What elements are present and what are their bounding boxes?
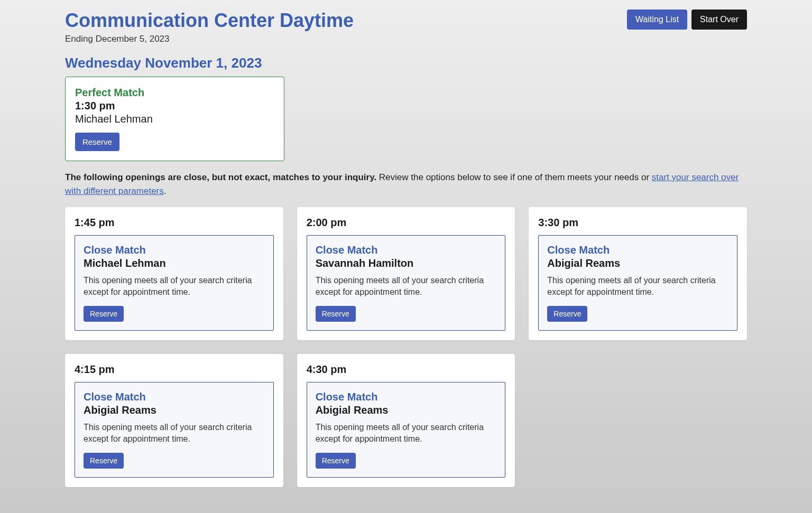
slot-card: 3:30 pm Close Match Abigial Reams This o… bbox=[529, 207, 747, 340]
page-subtitle: Ending December 5, 2023 bbox=[65, 34, 354, 44]
slot-time: 2:00 pm bbox=[307, 217, 506, 229]
title-block: Communication Center Daytime Ending Dece… bbox=[65, 10, 354, 44]
match-desc: This opening meets all of your search cr… bbox=[547, 275, 728, 299]
match-name: Abigial Reams bbox=[84, 404, 265, 416]
close-match-label: Close Match bbox=[84, 391, 265, 403]
slot-card: 4:15 pm Close Match Abigial Reams This o… bbox=[65, 354, 283, 487]
slot-card: 2:00 pm Close Match Savannah Hamilton Th… bbox=[297, 207, 515, 340]
slot-time: 4:30 pm bbox=[307, 363, 506, 376]
date-heading: Wednesday November 1, 2023 bbox=[65, 55, 747, 71]
match-name: Savannah Hamilton bbox=[316, 257, 497, 269]
close-match-label: Close Match bbox=[316, 244, 497, 256]
page-title: Communication Center Daytime bbox=[65, 10, 354, 32]
slot-card: 4:30 pm Close Match Abigial Reams This o… bbox=[297, 354, 515, 487]
match-box: Close Match Savannah Hamilton This openi… bbox=[307, 235, 506, 331]
slots-grid: 1:45 pm Close Match Michael Lehman This … bbox=[65, 207, 747, 487]
intro-period: . bbox=[164, 186, 167, 196]
intro-rest: Review the options below to see if one o… bbox=[376, 172, 652, 182]
perfect-match-reserve-button[interactable]: Reserve bbox=[75, 133, 119, 151]
perfect-match-label: Perfect Match bbox=[75, 87, 274, 99]
header-row: Communication Center Daytime Ending Dece… bbox=[65, 10, 747, 44]
perfect-match-time: 1:30 pm bbox=[75, 100, 274, 112]
match-desc: This opening meets all of your search cr… bbox=[84, 422, 265, 445]
page-container: Communication Center Daytime Ending Dece… bbox=[65, 0, 747, 497]
start-over-button[interactable]: Start Over bbox=[691, 10, 747, 30]
match-desc: This opening meets all of your search cr… bbox=[316, 275, 497, 299]
waiting-list-button[interactable]: Waiting List bbox=[627, 10, 687, 30]
intro-bold: The following openings are close, but no… bbox=[65, 172, 376, 182]
slot-time: 1:45 pm bbox=[75, 217, 274, 229]
reserve-button[interactable]: Reserve bbox=[316, 306, 356, 322]
reserve-button[interactable]: Reserve bbox=[316, 453, 356, 469]
reserve-button[interactable]: Reserve bbox=[84, 453, 124, 469]
match-name: Abigial Reams bbox=[547, 257, 728, 269]
match-box: Close Match Abigial Reams This opening m… bbox=[75, 382, 274, 478]
close-match-label: Close Match bbox=[547, 244, 728, 256]
match-box: Close Match Abigial Reams This opening m… bbox=[538, 235, 737, 331]
close-match-label: Close Match bbox=[316, 391, 497, 403]
perfect-match-card: Perfect Match 1:30 pm Michael Lehman Res… bbox=[65, 77, 284, 161]
header-buttons: Waiting List Start Over bbox=[627, 10, 747, 30]
match-desc: This opening meets all of your search cr… bbox=[316, 422, 497, 445]
perfect-match-name: Michael Lehman bbox=[75, 113, 274, 125]
match-box: Close Match Abigial Reams This opening m… bbox=[307, 382, 506, 478]
match-box: Close Match Michael Lehman This opening … bbox=[75, 235, 274, 331]
slot-time: 3:30 pm bbox=[538, 217, 737, 229]
match-desc: This opening meets all of your search cr… bbox=[84, 275, 265, 299]
intro-text: The following openings are close, but no… bbox=[65, 171, 747, 198]
reserve-button[interactable]: Reserve bbox=[84, 306, 124, 322]
match-name: Michael Lehman bbox=[84, 257, 265, 269]
reserve-button[interactable]: Reserve bbox=[547, 306, 587, 322]
close-match-label: Close Match bbox=[84, 244, 265, 256]
slot-card: 1:45 pm Close Match Michael Lehman This … bbox=[65, 207, 283, 340]
match-name: Abigial Reams bbox=[316, 404, 497, 416]
slot-time: 4:15 pm bbox=[75, 363, 274, 376]
